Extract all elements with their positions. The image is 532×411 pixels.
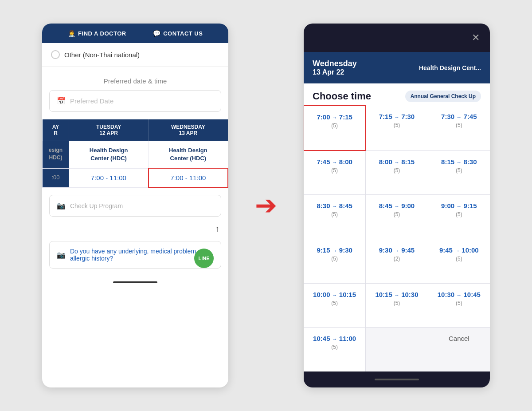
main-container: 👩‍⚕️ FIND A DOCTOR 💬 CONTACT US Other (N… [0, 10, 532, 401]
time-slot-count: (5) [369, 167, 424, 174]
time-slot-5[interactable]: 8:15 → 8:30 (5) [428, 151, 490, 195]
left-phone: 👩‍⚕️ FIND A DOCTOR 💬 CONTACT US Other (N… [42, 24, 228, 387]
tuesday-time[interactable]: 7:00 - 11:00 [69, 168, 149, 187]
time-slot-time: 9:30 → 9:45 [369, 246, 424, 254]
check-up-program-label: Check Up Program [70, 202, 123, 209]
right-phone-header: ✕ [304, 24, 490, 52]
section-label: Preferred date & time [42, 67, 228, 90]
time-slot-3[interactable]: 7:45 → 8:00 (5) [304, 151, 365, 195]
line-label: LINE [198, 256, 209, 261]
time-slot-1[interactable]: 7:15 → 7:30 (5) [366, 106, 427, 150]
col-day: AYR [43, 119, 69, 141]
time-slot-time: 8:15 → 8:30 [432, 158, 486, 166]
time-slot-time: 9:00 → 9:15 [432, 202, 486, 209]
other-option-label: Other (Non-Thai national) [64, 51, 140, 59]
photo-icon: 📷 [57, 251, 66, 259]
calendar-header-row: AYR TUESDAY12 APR WEDNESDAY13 APR [43, 119, 228, 141]
medical-question-field[interactable]: 📷 Do you have any underlying, medical pr… [49, 241, 221, 269]
bottom-fields: 📷 Check Up Program ↑ 📷 Do you have any u… [42, 188, 228, 276]
col-wednesday: WEDNESDAY13 APR [149, 119, 228, 141]
right-arrow-icon: ➔ [255, 192, 277, 219]
location-row: esignHDC) Health DesignCenter (HDC) Heal… [43, 141, 228, 169]
right-home-bar [375, 379, 419, 380]
date-day: Wednesday [313, 59, 357, 68]
wednesday-location: Health DesignCenter (HDC) [149, 141, 228, 169]
time-slot-count: (5) [432, 256, 486, 262]
preferred-date-placeholder: Preferred Date [70, 97, 113, 105]
time-slot-6[interactable]: 8:30 → 8:45 (5) [304, 195, 365, 239]
time-slot-count: (5) [307, 300, 362, 306]
time-slot-time: 8:30 → 8:45 [307, 202, 362, 209]
time-slot-count: (5) [432, 167, 486, 174]
time-slot-count: (5) [432, 122, 486, 128]
time-slot-15[interactable]: 10:45 → 11:00 (5) [304, 328, 365, 371]
time-slot-time: 9:15 → 9:30 [307, 246, 362, 254]
time-slot-count: (5) [307, 211, 362, 217]
time-slot-count: (5) [432, 300, 486, 306]
line-chat-button[interactable]: LINE [194, 249, 214, 268]
time-slot-10[interactable]: 9:30 → 9:45 (2) [366, 239, 427, 283]
time-slot-9[interactable]: 9:15 → 9:30 (5) [304, 239, 365, 283]
time-slot-13[interactable]: 10:15 → 10:30 (5) [366, 284, 427, 328]
time-slot-8[interactable]: 9:00 → 9:15 (5) [428, 195, 490, 239]
time-slot-time: 10:00 → 10:15 [307, 291, 362, 298]
wednesday-time[interactable]: 7:00 - 11:00 [149, 168, 228, 187]
time-slot-count: (2) [369, 256, 424, 262]
time-slot-time: 8:45 → 9:00 [369, 202, 424, 209]
time-slot-count: (5) [369, 300, 424, 306]
time-slot-count: (5) [369, 211, 424, 217]
other-option-row[interactable]: Other (Non-Thai national) [42, 43, 228, 67]
left-time: :00 [43, 168, 69, 187]
time-grid: 7:00 → 7:15 (5) 7:15 → 7:30 (5) 7:30 → 7… [304, 106, 490, 371]
time-slot-7[interactable]: 8:45 → 9:00 (5) [366, 195, 427, 239]
cancel-label: Cancel [449, 335, 469, 342]
choose-time-label: Choose time [313, 91, 371, 102]
contact-us-nav[interactable]: 💬 CONTACT US [153, 30, 203, 37]
time-slot-2[interactable]: 7:30 → 7:45 (5) [428, 106, 490, 150]
phone-header: 👩‍⚕️ FIND A DOCTOR 💬 CONTACT US [42, 24, 228, 43]
tuesday-location: Health DesignCenter (HDC) [69, 141, 149, 169]
calendar-icon: 📅 [57, 97, 66, 105]
date-info: Wednesday 13 Apr 22 [313, 59, 357, 76]
contact-us-label: CONTACT US [163, 30, 203, 37]
time-slot-count: (5) [307, 256, 362, 262]
time-slot-count: (5) [369, 122, 424, 128]
time-slot-time: 10:45 → 11:00 [307, 335, 362, 342]
time-slot-time: 9:45 → 10:00 [432, 246, 486, 254]
time-slot-count: (5) [432, 211, 486, 217]
cancel-button[interactable]: Cancel [428, 328, 490, 371]
close-button[interactable]: ✕ [469, 31, 483, 45]
left-content: Other (Non-Thai national) Preferred date… [42, 43, 228, 289]
preferred-date-field[interactable]: 📅 Preferred Date [49, 90, 221, 112]
checkup-badge: Annual General Check Up [405, 91, 481, 102]
find-doctor-icon: 👩‍⚕️ [68, 30, 76, 37]
right-home-indicator [304, 371, 490, 387]
time-slot-time: 7:45 → 8:00 [307, 158, 362, 166]
scroll-up-button[interactable]: ↑ [213, 222, 221, 236]
time-slot-count: (5) [307, 344, 362, 350]
time-slot-11[interactable]: 9:45 → 10:00 (5) [428, 239, 490, 283]
time-slot-0[interactable]: 7:00 → 7:15 (5) [304, 105, 366, 151]
time-slot-time: 7:00 → 7:15 [308, 113, 361, 121]
radio-button[interactable] [51, 50, 60, 59]
time-slot-time: 10:15 → 10:30 [369, 291, 424, 298]
time-slot-12[interactable]: 10:00 → 10:15 (5) [304, 284, 365, 328]
date-location-bar: Wednesday 13 Apr 22 Health Design Cent..… [304, 52, 490, 83]
contact-icon: 💬 [153, 30, 161, 37]
home-bar [113, 281, 157, 283]
time-slot-4[interactable]: 8:00 → 8:15 (5) [366, 151, 427, 195]
time-slot-14[interactable]: 10:30 → 10:45 (5) [428, 284, 490, 328]
time-slot-time: 7:30 → 7:45 [432, 113, 486, 120]
calendar-table: AYR TUESDAY12 APR WEDNESDAY13 APR esignH… [42, 119, 228, 188]
location-name: Health Design Cent... [419, 64, 481, 71]
find-doctor-nav[interactable]: 👩‍⚕️ FIND A DOCTOR [68, 30, 126, 37]
arrow-container: ➔ [246, 183, 286, 228]
left-location: esignHDC) [43, 141, 69, 169]
time-row[interactable]: :00 7:00 - 11:00 7:00 - 11:00 [43, 168, 228, 187]
time-slot-time: 8:00 → 8:15 [369, 158, 424, 166]
check-up-program-field[interactable]: 📷 Check Up Program [49, 195, 221, 217]
col-tuesday: TUESDAY12 APR [69, 119, 149, 141]
spacer [366, 328, 427, 371]
time-slot-time: 10:30 → 10:45 [432, 291, 486, 298]
date-date: 13 Apr 22 [313, 68, 357, 76]
